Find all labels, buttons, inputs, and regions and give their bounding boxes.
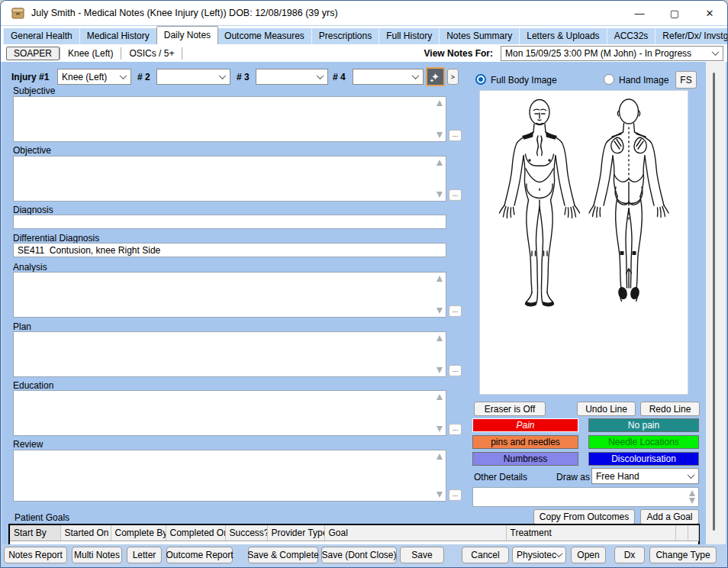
scroll-up-icon[interactable] — [436, 276, 443, 282]
injury-3-label: # 3 — [237, 72, 250, 82]
save-dont-close-button[interactable]: Save (Dont Close) — [321, 547, 397, 563]
maximize-icon[interactable]: ▢ — [657, 1, 692, 25]
hand-image-radio[interactable] — [604, 74, 614, 85]
scroll-down-icon[interactable] — [436, 367, 443, 373]
col-started-on[interactable]: Started On — [60, 525, 111, 541]
discolourisation-color-button[interactable]: Discolourisation — [588, 452, 699, 466]
minimize-icon[interactable]: — — [622, 1, 657, 25]
injury-4-select[interactable] — [353, 69, 424, 85]
scroll-up-icon[interactable] — [436, 160, 443, 166]
scroll-down-icon[interactable] — [436, 492, 443, 498]
scroll-down-icon[interactable] — [436, 132, 443, 138]
scroll-up-icon[interactable] — [436, 335, 443, 341]
copy-from-outcomes-button[interactable]: Copy From Outcomes — [533, 509, 635, 524]
tab-notes-summary[interactable]: Notes Summary — [440, 28, 520, 44]
open-button[interactable]: Open — [571, 547, 606, 563]
chevron-down-icon — [317, 72, 324, 79]
letter-button[interactable]: Letter — [127, 547, 162, 563]
subtab-osics[interactable]: OSICs / 5+ — [121, 48, 182, 59]
subjective-textarea[interactable]: ... — [13, 96, 446, 142]
injury-2-select[interactable] — [156, 69, 230, 85]
needle-locations-color-button[interactable]: Needle Locations — [588, 435, 699, 449]
scroll-up-icon[interactable] — [436, 394, 443, 400]
notes-report-button[interactable]: Notes Report — [4, 547, 67, 563]
col-completed-on[interactable]: Completed On — [166, 525, 225, 541]
pain-color-button[interactable]: Pain — [472, 418, 578, 432]
full-body-image-radio[interactable] — [475, 74, 486, 85]
fullscreen-button[interactable]: FS — [675, 71, 697, 89]
col-start-by[interactable]: Start By — [10, 525, 60, 541]
tab-outcome-measures[interactable]: Outcome Measures — [217, 28, 312, 44]
scroll-up-icon[interactable] — [436, 453, 443, 460]
view-notes-for-select[interactable]: Mon 15/09/25 3:00 PM (M John) - In Progr… — [501, 46, 723, 61]
objective-more-button[interactable]: ... — [449, 189, 462, 201]
analysis-textarea[interactable]: ... — [13, 272, 446, 318]
view-notes-for-value: Mon 15/09/25 3:00 PM (M John) - In Progr… — [505, 48, 691, 59]
analysis-more-button[interactable]: ... — [449, 305, 462, 317]
col-provider-type[interactable]: Provider Type — [267, 525, 324, 541]
scroll-up-icon[interactable] — [436, 100, 443, 106]
col-complete-by[interactable]: Complete By — [111, 525, 166, 541]
save-button[interactable]: Save — [400, 547, 444, 563]
no-pain-color-button[interactable]: No pain — [588, 418, 699, 432]
plan-textarea[interactable]: ... — [13, 331, 446, 377]
tab-letters-uploads[interactable]: Letters & Uploads — [520, 28, 607, 44]
ai-assist-button[interactable]: ✦ ✦ — [426, 67, 445, 86]
save-and-complete-button[interactable]: Save & Complete — [248, 547, 318, 563]
tab-daily-notes[interactable]: Daily Notes — [156, 26, 218, 44]
differential-diagnosis-label: Differential Diagnosis — [13, 233, 99, 244]
provider-value: Physiotec — [517, 550, 556, 560]
add-a-goal-button[interactable]: Add a Goal — [640, 509, 699, 524]
injury-3-select[interactable] — [256, 69, 328, 85]
provider-select[interactable]: Physiotec — [512, 547, 566, 563]
scroll-down-icon[interactable] — [689, 498, 695, 504]
splitter-handle[interactable] — [713, 73, 715, 531]
multi-notes-button[interactable]: Multi Notes — [72, 547, 122, 563]
tab-acc32s[interactable]: ACC32s — [607, 28, 656, 44]
expand-arrow-button[interactable]: > — [447, 69, 459, 85]
col-success[interactable]: Success? — [225, 525, 267, 541]
eraser-toggle-button[interactable]: Eraser is Off — [474, 402, 546, 416]
col-goal[interactable]: Goal — [324, 525, 506, 541]
subjective-more-button[interactable]: ... — [449, 130, 462, 141]
dx-button[interactable]: Dx — [614, 547, 645, 563]
full-body-image-label: Full Body Image — [491, 75, 557, 86]
plan-more-button[interactable]: ... — [449, 365, 462, 376]
injury-1-select[interactable]: Knee (Left) — [57, 69, 131, 85]
body-chart-canvas[interactable] — [479, 90, 688, 395]
tab-general-health[interactable]: General Health — [3, 28, 80, 44]
table-header-row: Start By Started On Complete By Complete… — [10, 525, 698, 541]
other-details-textarea[interactable] — [472, 487, 699, 507]
numbness-color-button[interactable]: Numbness — [472, 452, 578, 466]
injury-4-label: # 4 — [333, 72, 346, 82]
education-textarea[interactable]: ... — [13, 390, 446, 436]
chevron-down-icon — [712, 48, 720, 56]
draw-as-select[interactable]: Free Hand — [591, 468, 699, 484]
redo-line-button[interactable]: Redo Line — [640, 402, 700, 416]
subtab-knee-left[interactable]: Knee (Left) — [60, 48, 121, 59]
undo-line-button[interactable]: Undo Line — [577, 402, 636, 416]
tab-full-history[interactable]: Full History — [379, 28, 440, 44]
scroll-down-icon[interactable] — [436, 308, 443, 314]
close-icon[interactable]: ✕ — [692, 1, 727, 25]
col-treatment[interactable]: Treatment — [506, 525, 675, 541]
objective-textarea[interactable]: ... — [13, 156, 446, 202]
tab-medical-history[interactable]: Medical History — [80, 28, 157, 44]
scroll-up-icon[interactable] — [689, 490, 695, 496]
differential-diagnosis-input[interactable]: SE411 Contusion, knee Right Side — [13, 243, 446, 257]
change-type-button[interactable]: Change Type — [649, 547, 717, 563]
tab-refer-dx-invstg[interactable]: Refer/Dx/ Invstg — [656, 28, 728, 44]
cancel-button[interactable]: Cancel — [462, 547, 509, 563]
patient-goals-table[interactable]: Start By Started On Complete By Complete… — [8, 524, 700, 546]
scroll-down-icon[interactable] — [436, 192, 443, 198]
pins-and-needles-color-button[interactable]: pins and needles — [472, 435, 578, 449]
education-more-button[interactable]: ... — [449, 424, 462, 435]
review-more-button[interactable]: ... — [449, 489, 462, 501]
bottom-toolbar: Notes Report Multi Notes Letter Outcome … — [2, 544, 726, 565]
tab-prescriptions[interactable]: Prescriptions — [312, 28, 379, 44]
review-textarea[interactable]: ... — [13, 450, 446, 502]
scroll-down-icon[interactable] — [436, 426, 443, 432]
diagnosis-input[interactable] — [13, 215, 446, 229]
outcome-report-button[interactable]: Outcome Report — [166, 547, 233, 563]
subtab-soaper[interactable]: SOAPER — [6, 47, 60, 60]
